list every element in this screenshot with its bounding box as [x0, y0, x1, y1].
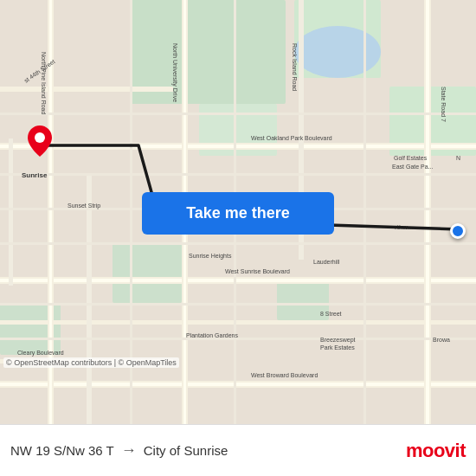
svg-text:Breezeswept: Breezeswept [320, 337, 356, 344]
svg-text:State Road 7: State Road 7 [441, 87, 447, 122]
route-from: NW 19 S/Nw 36 T [10, 443, 114, 458]
svg-rect-35 [363, 0, 366, 424]
svg-rect-14 [0, 383, 476, 386]
moovit-logo: moovit [406, 440, 466, 462]
svg-rect-25 [426, 0, 429, 424]
moovit-brand: moovit [406, 440, 466, 462]
svg-rect-31 [0, 303, 476, 306]
svg-text:West Sunrise Boulevard: West Sunrise Boulevard [225, 268, 290, 274]
map-attribution: © OpenStreetMap contributors | © OpenMap… [3, 357, 179, 368]
svg-text:Plantation Gardens: Plantation Gardens [186, 332, 238, 338]
svg-text:Lauderhill: Lauderhill [313, 259, 340, 265]
route-to: City of Sunrise [144, 443, 228, 458]
svg-rect-16 [0, 320, 476, 325]
svg-point-8 [294, 26, 381, 78]
svg-text:Park Estates: Park Estates [320, 344, 355, 351]
svg-text:Golf Estates: Golf Estates [394, 155, 428, 161]
svg-text:Browa: Browa [433, 337, 450, 343]
svg-point-58 [35, 132, 45, 143]
svg-text:8 Street: 8 Street [320, 311, 342, 317]
svg-text:North University Drive: North University Drive [171, 43, 178, 102]
svg-text:North Pine Island Road: North Pine Island Road [41, 52, 47, 114]
origin-marker [28, 125, 52, 160]
take-me-there-button[interactable]: Take me there [142, 192, 334, 235]
map-container: st 44th Street North Pine Island Road No… [0, 0, 476, 424]
svg-rect-28 [0, 173, 476, 176]
svg-text:Sunset Strip: Sunset Strip [68, 203, 100, 209]
route-arrow-icon: → [121, 441, 137, 460]
svg-text:Cleary Boulevard: Cleary Boulevard [17, 350, 64, 357]
svg-text:East Gate Pa...: East Gate Pa... [392, 164, 434, 170]
svg-rect-26 [9, 138, 13, 286]
svg-text:rthw...: rthw... [395, 223, 413, 231]
svg-text:West Oakland Park Boulevard: West Oakland Park Boulevard [251, 135, 332, 141]
svg-rect-27 [0, 113, 476, 115]
svg-text:N: N [456, 155, 460, 161]
destination-marker [450, 223, 466, 239]
svg-text:Sunrise Heights: Sunrise Heights [189, 253, 232, 260]
svg-rect-20 [87, 173, 92, 424]
svg-text:Sunrise: Sunrise [22, 171, 48, 179]
svg-text:West Broward Boulevard: West Broward Boulevard [251, 372, 318, 378]
bottom-bar: NW 19 S/Nw 36 T → City of Sunrise moovit [0, 424, 476, 476]
svg-rect-32 [0, 338, 476, 340]
svg-rect-12 [0, 279, 476, 282]
svg-rect-30 [0, 242, 476, 245]
svg-text:Rock Island Road: Rock Island Road [292, 43, 298, 91]
svg-rect-15 [0, 87, 173, 92]
svg-rect-10 [0, 145, 476, 148]
svg-rect-3 [113, 242, 182, 303]
route-info: NW 19 S/Nw 36 T → City of Sunrise [10, 441, 406, 460]
